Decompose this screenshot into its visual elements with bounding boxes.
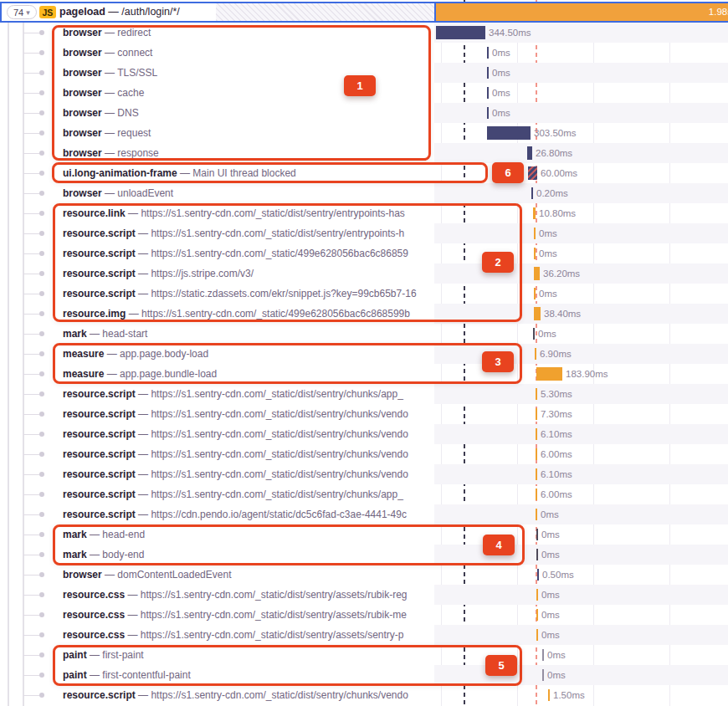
span-duration-bar[interactable] (528, 166, 537, 180)
span-row[interactable]: resource.script — https://static.zdasset… (0, 284, 728, 304)
span-duration-bar[interactable] (534, 228, 536, 239)
span-duration-bar[interactable] (542, 649, 544, 661)
span-row[interactable]: resource.css — https://s1.sentry-cdn.com… (0, 605, 728, 625)
tree-connector (23, 535, 39, 536)
span-row[interactable]: resource.script — https://s1.sentry-cdn.… (0, 223, 728, 243)
span-separator: — (104, 348, 120, 360)
span-duration-bar[interactable] (536, 549, 538, 560)
tree-node-dot (39, 191, 44, 196)
span-duration-bar[interactable] (536, 529, 538, 540)
span-op: resource.img (63, 308, 126, 320)
pageload-row[interactable]: 74 ▾ JS pageload — /auth/login/*/ 1.98s (0, 2, 728, 23)
span-row[interactable]: resource.css — https://s1.sentry-cdn.com… (0, 625, 728, 645)
waterfall-lane (434, 263, 728, 284)
span-row[interactable]: ui.long-animation-frame — Main UI thread… (0, 163, 728, 183)
span-row[interactable]: resource.script — https://s1.sentry-cdn.… (0, 444, 728, 464)
span-duration-bar[interactable] (527, 146, 532, 160)
tree-node-dot (39, 612, 44, 617)
span-row[interactable]: resource.script — https://s1.sentry-cdn.… (0, 404, 728, 424)
span-row[interactable]: paint — first-paint0ms (0, 645, 728, 665)
span-duration-bar[interactable] (533, 207, 536, 219)
span-row[interactable]: resource.css — https://s1.sentry-cdn.com… (0, 585, 728, 605)
span-duration-bar[interactable] (534, 288, 536, 299)
waterfall-lane (434, 284, 728, 304)
span-duration-bar[interactable] (536, 489, 537, 500)
span-duration-bar[interactable] (487, 126, 531, 140)
span-row[interactable]: measure — app.page.bundle-load183.90ms (0, 364, 728, 384)
span-description: head-start (102, 328, 147, 340)
span-row[interactable]: browser — cache0ms (0, 83, 728, 103)
span-row[interactable]: browser — connect0ms (0, 43, 728, 63)
span-name: resource.css — https://s1.sentry-cdn.com… (63, 625, 432, 645)
span-row[interactable]: resource.script — https://s1.sentry-cdn.… (0, 484, 728, 504)
span-row[interactable]: resource.script — https://js.stripe.com/… (0, 263, 728, 284)
span-op: browser (63, 147, 102, 159)
tree-connector (23, 474, 39, 476)
span-duration-bar[interactable] (536, 448, 537, 460)
span-duration-bar[interactable] (536, 408, 537, 420)
span-row[interactable]: resource.script — https://s1.sentry-cdn.… (0, 243, 728, 263)
span-row[interactable]: browser — TLS/SSL0ms (0, 63, 728, 83)
span-duration-bar[interactable] (536, 609, 538, 621)
span-row[interactable]: resource.script — https://s1.sentry-cdn.… (0, 464, 728, 484)
span-row[interactable]: browser — unloadEvent0.20ms (0, 183, 728, 203)
span-separator: — (125, 589, 141, 601)
span-duration-bar[interactable] (534, 267, 540, 280)
span-row[interactable]: paint — first-contentful-paint0ms (0, 665, 728, 685)
span-duration-bar[interactable] (536, 509, 537, 520)
span-row[interactable]: resource.link — https://s1.sentry-cdn.co… (0, 203, 728, 223)
span-duration-bar[interactable] (487, 67, 489, 79)
tree-connector (23, 514, 39, 516)
span-duration-bar[interactable] (536, 468, 537, 480)
span-row[interactable]: browser — DNS0ms (0, 103, 728, 123)
span-row[interactable]: browser — response26.80ms (0, 143, 728, 163)
span-duration-bar[interactable] (487, 47, 489, 59)
span-duration-bar[interactable] (534, 307, 541, 320)
span-separator: — (136, 448, 151, 460)
tree-connector (23, 494, 39, 496)
span-name: resource.script — https://s1.sentry-cdn.… (63, 384, 432, 404)
row-count-toggle[interactable]: 74 ▾ (7, 5, 37, 19)
tree-node-dot (39, 552, 44, 557)
tree-node-dot (39, 271, 44, 276)
span-duration-bar[interactable] (487, 107, 489, 119)
span-row[interactable]: resource.img — https://s1.sentry-cdn.com… (0, 304, 728, 324)
span-row[interactable]: browser — redirect344.50ms (0, 23, 728, 43)
span-duration-bar[interactable] (531, 187, 533, 199)
span-op: resource.link (63, 207, 126, 219)
span-separator: — (104, 368, 120, 380)
span-duration-bar[interactable] (536, 629, 538, 641)
span-description: DNS (117, 107, 138, 119)
span-op: mark (63, 328, 87, 340)
span-duration-label: 38.40ms (544, 304, 581, 324)
span-row[interactable]: mark — head-end0ms (0, 524, 728, 545)
span-description: https://s1.sentry-cdn.com/_static/dist/s… (151, 408, 408, 420)
span-duration-bar[interactable] (537, 569, 539, 581)
pageload-duration-bar[interactable]: 1.98s (436, 3, 728, 21)
span-duration-bar[interactable] (536, 388, 537, 400)
span-row[interactable]: browser — domContentLoadedEvent0.50ms (0, 565, 728, 585)
span-row[interactable]: resource.script — https://cdn.pendo.io/a… (0, 504, 728, 524)
span-duration-bar[interactable] (536, 367, 562, 381)
span-row[interactable]: resource.script — https://s1.sentry-cdn.… (0, 384, 728, 404)
span-row[interactable]: mark — body-end0ms (0, 545, 728, 565)
span-row[interactable]: mark — head-start0ms (0, 324, 728, 344)
span-duration-bar[interactable] (542, 669, 544, 681)
span-duration-bar[interactable] (535, 348, 536, 360)
span-duration-bar[interactable] (534, 248, 536, 259)
span-description: https://s1.sentry-cdn.com/_static/dist/s… (151, 489, 402, 500)
tree-connector (23, 233, 39, 235)
span-duration-label: 0ms (492, 83, 510, 103)
span-duration-bar[interactable] (436, 26, 485, 39)
span-duration-bar[interactable] (548, 689, 550, 701)
tree-connector (23, 93, 39, 95)
span-duration-bar[interactable] (536, 589, 538, 601)
pageload-op: pageload (59, 6, 105, 18)
span-duration-bar[interactable] (533, 328, 535, 340)
span-duration-bar[interactable] (536, 428, 537, 440)
span-row[interactable]: resource.script — https://s1.sentry-cdn.… (0, 685, 728, 705)
span-row[interactable]: resource.script — https://s1.sentry-cdn.… (0, 424, 728, 444)
span-row[interactable]: browser — request303.50ms (0, 123, 728, 143)
span-duration-bar[interactable] (487, 87, 489, 99)
span-row[interactable]: measure — app.page.body-load6.90ms (0, 344, 728, 364)
